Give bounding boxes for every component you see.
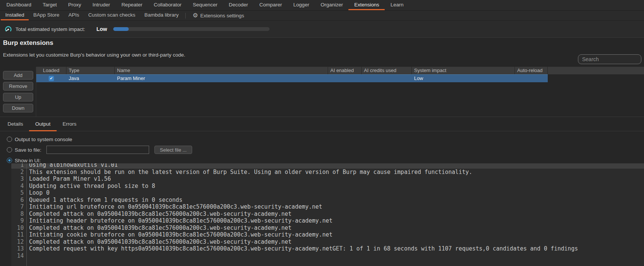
line-text: Initiating header bruteforce on 0a950041… bbox=[26, 217, 333, 224]
console-line: 3Loaded Param Miner v1.56 bbox=[11, 175, 644, 183]
menu-item-repeater[interactable]: Repeater bbox=[116, 0, 148, 10]
menu-item-decoder[interactable]: Decoder bbox=[223, 0, 254, 10]
radio-label: Save to file: bbox=[15, 147, 42, 153]
loaded-checkbox[interactable]: ✔ bbox=[49, 76, 54, 81]
line-number: 12 bbox=[11, 238, 26, 246]
menu-item-sequencer[interactable]: Sequencer bbox=[187, 0, 223, 10]
column-header-type[interactable]: Type bbox=[66, 67, 115, 74]
name-cell: Param Miner bbox=[115, 75, 328, 82]
impact-progress-bar bbox=[113, 27, 270, 31]
menu-item-extensions[interactable]: Extensions bbox=[348, 0, 385, 10]
auto-reload-cell bbox=[515, 75, 548, 82]
line-text: Loaded Param Miner v1.56 bbox=[26, 175, 111, 183]
add-button[interactable]: Add bbox=[3, 71, 33, 80]
console-line: 9Initiating header bruteforce on 0a95004… bbox=[11, 217, 644, 224]
menu-item-learn[interactable]: Learn bbox=[385, 0, 409, 10]
column-header-name[interactable]: Name bbox=[115, 67, 328, 74]
line-number: 1 bbox=[11, 163, 26, 169]
console-line: 5Loop 0 bbox=[11, 189, 644, 197]
console-lines: 1Using albinowaxUtils v1.012This extensi… bbox=[11, 163, 644, 259]
line-number: 3 bbox=[11, 175, 26, 183]
menu-item-logger[interactable]: Logger bbox=[288, 0, 315, 10]
console-line: 14 bbox=[11, 252, 644, 260]
impact-progress-fill bbox=[113, 27, 129, 31]
tab-details[interactable]: Details bbox=[2, 117, 29, 131]
main-menubar: DashboardTargetProxyIntruderRepeaterColl… bbox=[0, 0, 644, 11]
output-console[interactable]: 1Using albinowaxUtils v1.012This extensi… bbox=[11, 163, 644, 266]
console-line: 11Initiating cookie bruteforce on 0a9500… bbox=[11, 231, 644, 238]
impact-value: Low bbox=[97, 26, 107, 32]
subtab-items: InstalledBApp StoreAPIsCustom scan check… bbox=[1, 11, 183, 20]
page-title: Burp extensions bbox=[3, 39, 53, 47]
table-row[interactable]: ✔JavaParam MinerLow bbox=[36, 74, 548, 82]
menu-item-proxy[interactable]: Proxy bbox=[63, 0, 87, 10]
subtab-bambda-library[interactable]: Bambda library bbox=[140, 11, 183, 20]
tab-output[interactable]: Output bbox=[29, 117, 57, 131]
gauge-icon bbox=[5, 25, 12, 33]
column-header-loaded[interactable]: Loaded bbox=[36, 67, 66, 74]
select-file-button[interactable]: Select file ... bbox=[154, 146, 193, 154]
table-body: ✔JavaParam MinerLow bbox=[36, 74, 644, 82]
line-text: Using albinowaxUtils v1.01 bbox=[26, 163, 118, 169]
save-file-path-input[interactable] bbox=[46, 146, 149, 154]
subtab-custom-scan-checks[interactable]: Custom scan checks bbox=[84, 11, 140, 20]
extensions-table: LoadedTypeNameAI enabledAI credits usedS… bbox=[36, 67, 644, 117]
subtab-bapp-store[interactable]: BApp Store bbox=[29, 11, 64, 20]
table-header: LoadedTypeNameAI enabledAI credits usedS… bbox=[36, 67, 644, 74]
column-header-auto-reload[interactable]: Auto-reload bbox=[515, 67, 548, 74]
line-number: 11 bbox=[11, 231, 26, 238]
ai-enabled-cell bbox=[328, 75, 362, 82]
line-number: 8 bbox=[11, 211, 26, 218]
radio-icon-selected bbox=[7, 158, 12, 163]
radio-save-to-file[interactable]: Save to file: Select file ... bbox=[7, 146, 192, 154]
down-button[interactable]: Down bbox=[3, 104, 33, 112]
line-text: Loop 0 bbox=[26, 189, 49, 197]
line-text: Queued 1 attacks from 1 requests in 0 se… bbox=[26, 197, 182, 204]
column-header-ai-enabled[interactable]: AI enabled bbox=[328, 67, 362, 74]
radio-output-to-system-console[interactable]: Output to system console bbox=[7, 135, 72, 143]
line-number: 13 bbox=[11, 245, 26, 252]
up-button[interactable]: Up bbox=[3, 93, 33, 101]
subtab-apis[interactable]: APIs bbox=[64, 11, 84, 20]
radio-label: Output to system console bbox=[15, 137, 72, 142]
console-line: 7Initiating url bruteforce on 0a95004103… bbox=[11, 203, 644, 211]
extensions-settings-label: Extensions settings bbox=[200, 13, 244, 18]
extensions-subtabs: InstalledBApp StoreAPIsCustom scan check… bbox=[0, 11, 644, 21]
system-impact-cell: Low bbox=[412, 75, 515, 82]
console-line: 8Completed attack on 0a950041039bc8ca81e… bbox=[11, 211, 644, 218]
menu-item-collaborator[interactable]: Collaborator bbox=[148, 0, 187, 10]
subtab-installed[interactable]: Installed bbox=[1, 11, 29, 20]
line-text: This extension should be run on the late… bbox=[26, 169, 472, 176]
console-line: 12Completed attack on 0a950041039bc8ca81… bbox=[11, 238, 644, 246]
line-number: 6 bbox=[11, 197, 26, 204]
line-number: 14 bbox=[11, 252, 26, 260]
console-line: 2This extension should be run on the lat… bbox=[11, 169, 644, 176]
menu-item-dashboard[interactable]: Dashboard bbox=[1, 0, 37, 10]
detail-tabs: DetailsOutputErrors bbox=[0, 117, 644, 131]
line-text: Completed attack on 0a950041039bc8ca81ec… bbox=[26, 224, 291, 232]
console-line: 4Updating active thread pool size to 8 bbox=[11, 183, 644, 190]
radio-icon bbox=[7, 147, 12, 152]
line-text: Completed attack on 0a950041039bc8ca81ec… bbox=[26, 238, 291, 246]
column-header-filler bbox=[548, 67, 644, 74]
remove-button[interactable]: Remove bbox=[3, 82, 33, 91]
loaded-cell: ✔ bbox=[36, 75, 66, 82]
column-header-system-impact[interactable]: System impact bbox=[412, 67, 515, 74]
extensions-settings-button[interactable]: ⚙ Extensions settings bbox=[190, 12, 247, 18]
column-header-ai-credits-used[interactable]: AI credits used bbox=[362, 67, 412, 74]
gutter-divider bbox=[26, 163, 27, 266]
system-impact-banner: Total estimated system impact: Low bbox=[0, 21, 644, 38]
line-number: 9 bbox=[11, 217, 26, 224]
line-text: Initiating url bruteforce on 0a950041039… bbox=[26, 203, 322, 211]
line-number: 7 bbox=[11, 203, 26, 211]
menu-item-comparer[interactable]: Comparer bbox=[254, 0, 288, 10]
menu-item-intruder[interactable]: Intruder bbox=[87, 0, 116, 10]
menu-item-organizer[interactable]: Organizer bbox=[315, 0, 348, 10]
line-number: 5 bbox=[11, 189, 26, 197]
page-subtitle: Extensions let you customize Burp's beha… bbox=[3, 52, 185, 58]
search-input[interactable] bbox=[578, 54, 641, 64]
line-text bbox=[26, 252, 29, 260]
line-number: 4 bbox=[11, 183, 26, 190]
tab-errors[interactable]: Errors bbox=[57, 117, 83, 131]
menu-item-target[interactable]: Target bbox=[37, 0, 63, 10]
